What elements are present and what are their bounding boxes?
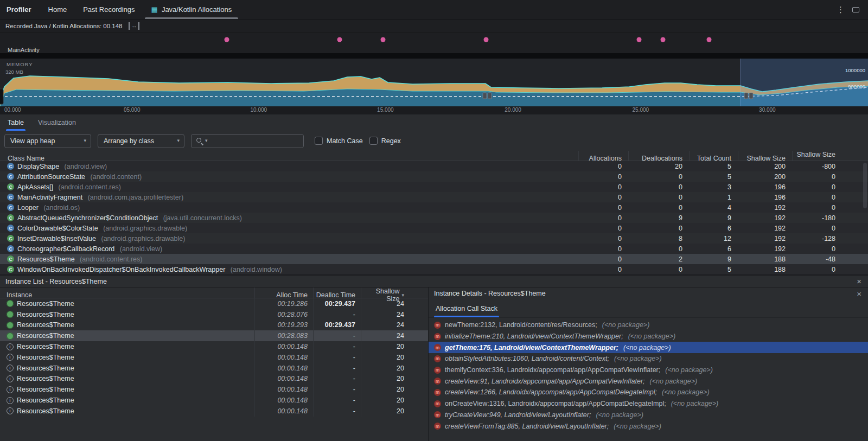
instance-row[interactable]: Resources$Theme00:28.076-24 xyxy=(0,309,428,320)
method-icon: m xyxy=(434,322,441,329)
arrange-dropdown[interactable]: Arrange by class ▾ xyxy=(98,134,184,148)
class-row[interactable]: CMainActivityFragment (android.com.java.… xyxy=(0,192,868,202)
instance-icon: i xyxy=(7,386,14,393)
class-row[interactable]: CApkAssets[] (android.content.res)003196… xyxy=(0,182,868,192)
package-name: (android.window) xyxy=(228,266,282,273)
activity-lifetime-band[interactable] xyxy=(0,53,868,59)
close-instance-details-icon[interactable]: × xyxy=(857,290,861,298)
class-name-cell: CWindowOnBackInvokedDispatcher$OnBackInv… xyxy=(0,266,578,273)
instance-row[interactable]: iResources$Theme00:00.148-20 xyxy=(0,352,428,363)
allocations-cell: 0 xyxy=(578,225,628,232)
allocation-event-dot[interactable] xyxy=(484,37,489,42)
close-instance-list-icon[interactable]: × xyxy=(857,277,861,285)
regex-option[interactable]: Regex xyxy=(369,137,401,145)
instance-row[interactable]: iResources$Theme00:00.148-20 xyxy=(0,374,428,385)
allocations-cell: 0 xyxy=(578,235,628,242)
class-name-cell: CResources$Theme (android.content.res) xyxy=(0,255,578,263)
instance-row[interactable]: iResources$Theme00:00.148-20 xyxy=(0,395,428,406)
view-tab-visualization[interactable]: Visualization xyxy=(38,114,76,131)
method-icon: m xyxy=(434,333,441,340)
call-stack-frame[interactable]: mcreateView:1266, Landroidx/appcompat/ap… xyxy=(429,387,868,398)
column-header-instance[interactable]: Instance xyxy=(0,291,254,299)
zoom-to-fit-icon[interactable]: ↔ xyxy=(129,22,139,30)
call-stack-frame[interactable]: mnewTheme:2132, Landroid/content/res/Res… xyxy=(429,319,868,331)
regex-checkbox[interactable] xyxy=(369,137,378,145)
allocation-event-dot[interactable] xyxy=(380,37,385,42)
call-stack-frame[interactable]: minitializeTheme:210, Landroid/view/Cont… xyxy=(429,331,868,342)
class-row[interactable]: CLooper (android.os)0041920 xyxy=(0,202,868,213)
time-tick-label: 00.000 xyxy=(4,107,21,113)
instance-row[interactable]: Resources$Theme00:19.29300:29.43724 xyxy=(0,320,428,331)
instance-row[interactable]: iResources$Theme00:00.148-20 xyxy=(0,363,428,374)
alloc-time-cell: 00:00.148 xyxy=(254,352,313,363)
call-stack-frame[interactable]: mcreateViewFromTag:885, Landroid/view/La… xyxy=(429,420,868,432)
package-name: (android.os) xyxy=(42,204,80,212)
app-title: Profiler xyxy=(0,5,40,14)
allocation-event-dot[interactable] xyxy=(707,37,712,42)
class-row[interactable]: CChoreographer$CallbackRecord (android.v… xyxy=(0,244,868,254)
shallow-size-cell: 192 xyxy=(738,245,792,253)
shallow-size-change-cell: 0 xyxy=(792,183,868,191)
instance-row[interactable]: iResources$Theme00:00.148-20 xyxy=(0,341,428,352)
class-row[interactable]: CAbstractQueuedSynchronizer$ConditionObj… xyxy=(0,213,868,223)
class-row[interactable]: CResources$Theme (android.content.res)02… xyxy=(0,254,868,264)
allocation-event-dot[interactable] xyxy=(224,37,229,42)
tab-past-recordings[interactable]: Past Recordings xyxy=(75,0,143,19)
instance-icon xyxy=(7,300,14,307)
call-stack-frame[interactable]: mcreateView:91, Landroidx/appcompat/app/… xyxy=(429,375,868,387)
class-table-body: CDisplayShape (android.view)0205200-800C… xyxy=(0,161,868,274)
search-field[interactable]: ▾ xyxy=(191,134,304,148)
alloc-time-cell: 00:28.083 xyxy=(254,330,313,341)
instance-row[interactable]: Resources$Theme00:19.28600:29.43724 xyxy=(0,298,428,309)
view-tab-table[interactable]: Table xyxy=(8,114,24,131)
instance-row[interactable]: iResources$Theme00:00.148-20 xyxy=(0,406,428,417)
search-icon xyxy=(196,137,203,144)
memory-chart[interactable]: 1000000900000 MEMORY 320 MB xyxy=(0,59,868,106)
hide-panel-icon[interactable] xyxy=(852,7,859,12)
frame-text: initializeTheme:210, Landroid/view/Conte… xyxy=(445,333,623,340)
heap-dropdown[interactable]: View app heap ▾ xyxy=(4,134,91,148)
instance-name-cell: iResources$Theme xyxy=(0,365,254,372)
shallow-size-cell: 188 xyxy=(738,255,792,263)
kebab-menu-icon[interactable]: ⋮ xyxy=(832,5,849,15)
instance-icon: i xyxy=(7,365,14,372)
class-row[interactable]: CDisplayShape (android.view)0205200-800 xyxy=(0,161,868,171)
call-stack-frame[interactable]: mgetTheme:175, Landroid/view/ContextThem… xyxy=(429,342,868,353)
instance-icon xyxy=(7,322,14,329)
total-count-cell: 1 xyxy=(689,194,738,201)
call-stack-frame[interactable]: mthemifyContext:336, Landroidx/appcompat… xyxy=(429,365,868,376)
allocation-event-dot[interactable] xyxy=(636,37,641,42)
match-case-option[interactable]: Match Case xyxy=(315,137,363,145)
allocation-event-dot[interactable] xyxy=(337,37,342,42)
scrollbar-thumb[interactable] xyxy=(863,163,867,208)
class-row[interactable]: CColorDrawable$ColorState (android.graph… xyxy=(0,223,868,233)
class-row[interactable]: CWindowOnBackInvokedDispatcher$OnBackInv… xyxy=(0,264,868,274)
deallocations-cell: 2 xyxy=(628,255,689,263)
tab-label: Home xyxy=(48,5,67,14)
frame-package: (<no package>) xyxy=(614,423,661,430)
class-row[interactable]: CAttributionSourceState (android.content… xyxy=(0,171,868,182)
tab-java-kotlin-allocations[interactable]: ▦Java/Kotlin Allocations xyxy=(143,0,240,19)
package-name: (java.util.concurrent.locks) xyxy=(161,214,242,222)
event-timeline[interactable] xyxy=(0,33,868,47)
class-row[interactable]: CInsetDrawable$InsetValue (android.graph… xyxy=(0,233,868,244)
call-stack-frame[interactable]: monCreateView:1316, Landroidx/appcompat/… xyxy=(429,398,868,410)
tab-home[interactable]: Home xyxy=(40,0,75,19)
allocation-event-dot[interactable] xyxy=(661,37,666,42)
class-name-cell: CAttributionSourceState (android.content… xyxy=(0,173,578,181)
frame-package: (<no package>) xyxy=(628,333,676,340)
class-icon: C xyxy=(7,235,14,242)
search-history-chevron-icon[interactable]: ▾ xyxy=(205,138,208,143)
search-input[interactable] xyxy=(210,137,299,145)
filter-toolbar: View app heap ▾ Arrange by class ▾ ▾ Mat… xyxy=(0,131,868,151)
instance-row[interactable]: Resources$Theme00:28.083-24 xyxy=(0,330,428,341)
tab-allocation-call-stack[interactable]: Allocation Call Stack xyxy=(434,299,499,317)
shallow-size-cell: 20 xyxy=(361,395,428,406)
instance-row[interactable]: iResources$Theme00:00.148-20 xyxy=(0,384,428,395)
deallocations-cell: 0 xyxy=(628,183,689,191)
call-stack-frame[interactable]: mobtainStyledAttributes:1060, Landroid/c… xyxy=(429,353,868,365)
package-name: (android.view) xyxy=(62,163,107,170)
call-stack-frame[interactable]: mtryCreateView:949, Landroid/view/Layout… xyxy=(429,410,868,421)
instance-details-title: Instance Details - Resources$Theme xyxy=(434,290,546,297)
match-case-checkbox[interactable] xyxy=(315,137,323,145)
